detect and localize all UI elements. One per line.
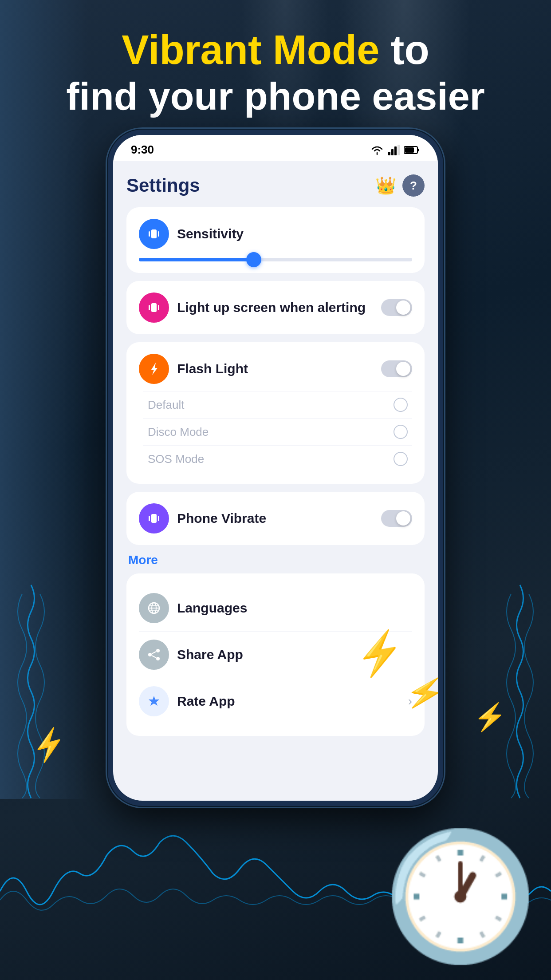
battery-icon: [404, 146, 420, 154]
svg-rect-7: [151, 229, 157, 238]
default-radio[interactable]: [394, 398, 408, 412]
languages-label: Languages: [177, 601, 247, 616]
light-screen-label: Light up screen when alerting: [177, 300, 366, 315]
svg-rect-3: [398, 145, 400, 155]
sensitivity-row: Sensitivity: [139, 219, 412, 249]
signal-icon: [388, 145, 400, 155]
flash-light-toggle-knob: [396, 362, 410, 376]
lightning-3: ⚡: [473, 701, 507, 733]
phone-vibrate-label: Phone Vibrate: [177, 511, 266, 526]
vibration-pink-icon: [146, 300, 162, 316]
svg-rect-8: [149, 231, 150, 237]
slider-fill: [139, 258, 254, 261]
sensitivity-card: Sensitivity: [126, 207, 425, 273]
globe-icon: [146, 600, 162, 616]
svg-rect-5: [417, 149, 419, 151]
svg-rect-12: [158, 305, 159, 310]
phone-vibrate-row: Phone Vibrate: [139, 503, 412, 533]
flash-light-row: Flash Light: [139, 354, 412, 384]
more-label: More: [126, 553, 425, 567]
svg-rect-1: [391, 149, 394, 155]
phone-container: 9:30: [107, 129, 444, 807]
phone-vibrate-left: Phone Vibrate: [139, 503, 266, 533]
svg-rect-6: [405, 147, 414, 153]
disco-radio[interactable]: [394, 425, 408, 439]
svg-rect-10: [151, 303, 157, 312]
lightning-2: ⚡: [403, 672, 448, 714]
light-screen-icon: [139, 292, 169, 323]
wave-left: [0, 581, 67, 802]
svg-rect-2: [394, 146, 397, 155]
svg-rect-9: [158, 231, 159, 237]
languages-icon: [139, 593, 169, 623]
languages-row[interactable]: Languages: [139, 585, 412, 631]
svg-marker-27: [149, 696, 159, 706]
sensitivity-slider[interactable]: [139, 258, 412, 261]
settings-header: Settings 👑 ?: [126, 170, 425, 207]
svg-rect-0: [388, 152, 390, 155]
phone-vibrate-toggle[interactable]: [381, 510, 412, 527]
share-icon: [147, 648, 161, 661]
vibration-icon: [146, 226, 162, 242]
headline-vibrant: Vibrant Mode: [122, 27, 379, 72]
share-app-left: Share App: [139, 640, 243, 670]
phone-frame: 9:30: [107, 129, 444, 807]
flash-icon: [146, 361, 162, 377]
flash-light-card: Flash Light Default Disco Mode: [126, 342, 425, 484]
flash-mode-options: Default Disco Mode SOS Mode: [139, 391, 412, 472]
sensitivity-icon: [139, 219, 169, 249]
flash-mode-sos[interactable]: SOS Mode: [143, 445, 412, 472]
rate-app-row[interactable]: Rate App ›: [139, 678, 412, 724]
clock-decoration: 🕐: [383, 834, 538, 958]
status-icons: [370, 145, 420, 155]
svg-point-22: [156, 649, 160, 652]
languages-left: Languages: [139, 593, 247, 623]
light-screen-card: Light up screen when alerting: [126, 281, 425, 334]
rate-icon-circle: [139, 686, 169, 716]
share-icon-circle: [139, 640, 169, 670]
vibration-purple-icon: [146, 510, 162, 526]
flash-mode-disco[interactable]: Disco Mode: [143, 418, 412, 445]
headline: Vibrant Mode to find your phone easier: [0, 27, 551, 119]
star-icon: [146, 693, 162, 709]
lightning-1: ⚡: [351, 626, 409, 681]
flash-light-icon: [139, 354, 169, 384]
status-time: 9:30: [131, 143, 154, 157]
svg-line-25: [152, 652, 156, 654]
phone-vibrate-icon: [139, 503, 169, 533]
headline-line2: find your phone easier: [0, 74, 551, 119]
disco-label: Disco Mode: [148, 425, 209, 439]
light-screen-row: Light up screen when alerting: [139, 292, 412, 323]
light-screen-toggle[interactable]: [381, 299, 412, 316]
settings-title: Settings: [126, 175, 200, 196]
svg-point-23: [148, 653, 152, 656]
svg-rect-16: [158, 516, 159, 521]
wave-right: [484, 581, 551, 802]
rate-app-left: Rate App: [139, 686, 235, 716]
phone-screen: 9:30: [113, 135, 438, 801]
share-app-label: Share App: [177, 647, 243, 662]
light-screen-left: Light up screen when alerting: [139, 292, 366, 323]
flash-light-toggle[interactable]: [381, 360, 412, 377]
svg-rect-15: [149, 516, 150, 521]
sensitivity-label: Sensitivity: [177, 226, 244, 241]
help-button[interactable]: ?: [402, 174, 425, 197]
phone-vibrate-card: Phone Vibrate: [126, 492, 425, 545]
phone-vibrate-toggle-knob: [396, 511, 410, 526]
wifi-icon: [370, 145, 384, 155]
flash-light-label: Flash Light: [177, 361, 248, 376]
svg-rect-11: [149, 305, 150, 310]
header-icons: 👑 ?: [375, 174, 425, 197]
svg-marker-13: [151, 363, 157, 375]
svg-line-26: [152, 656, 156, 658]
crown-icon[interactable]: 👑: [375, 176, 396, 195]
flash-mode-default[interactable]: Default: [143, 391, 412, 418]
svg-point-24: [156, 657, 160, 660]
rate-app-label: Rate App: [177, 694, 235, 709]
sos-radio[interactable]: [394, 452, 408, 466]
headline-to: to: [379, 27, 429, 72]
status-bar: 9:30: [113, 135, 438, 161]
light-screen-toggle-knob: [396, 300, 410, 315]
slider-thumb[interactable]: [246, 252, 261, 267]
flash-light-left: Flash Light: [139, 354, 248, 384]
